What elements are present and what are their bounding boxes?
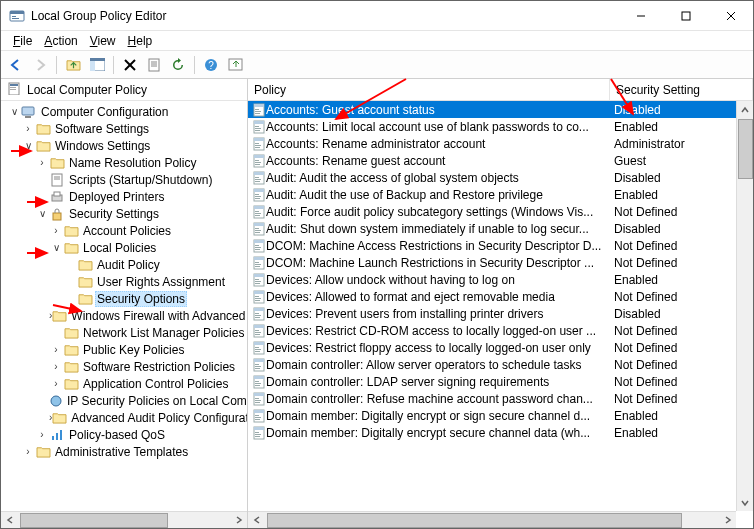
scroll-left-button[interactable] [248,512,265,529]
node-windows-firewall[interactable]: ›Windows Firewall with Advanced Security [3,307,247,324]
forward-button[interactable] [29,54,51,76]
scroll-right-button[interactable] [230,512,247,529]
menu-help[interactable]: Help [122,32,159,50]
up-button[interactable] [62,54,84,76]
scroll-thumb[interactable] [738,119,753,179]
policy-setting: Enabled [610,120,753,134]
expand-icon[interactable]: ∨ [7,106,21,117]
policy-row[interactable]: Audit: Audit the access of global system… [248,169,753,186]
policy-row[interactable]: Devices: Prevent users from installing p… [248,305,753,322]
policy-row[interactable]: DCOM: Machine Launch Restrictions in Sec… [248,254,753,271]
policy-row[interactable]: Audit: Audit the use of Backup and Resto… [248,186,753,203]
properties-button[interactable] [143,54,165,76]
svg-rect-34 [56,433,58,440]
policy-row[interactable]: Domain member: Digitally encrypt or sign… [248,407,753,424]
policy-row[interactable]: Domain member: Digitally encrypt secure … [248,424,753,441]
node-software-restriction[interactable]: ›Software Restriction Policies [3,358,247,375]
node-user-rights[interactable]: User Rights Assignment [3,273,247,290]
policy-row[interactable]: DCOM: Machine Access Restrictions in Sec… [248,237,753,254]
list-pane: Policy Security Setting Accounts: Guest … [248,79,753,528]
policy-row[interactable]: Domain controller: LDAP server signing r… [248,373,753,390]
node-name-resolution[interactable]: ›Name Resolution Policy [3,154,247,171]
folder-icon [49,155,65,171]
policy-setting: Administrator [610,137,753,151]
tree-header[interactable]: Local Computer Policy [1,79,247,101]
expand-icon[interactable]: › [49,344,63,355]
maximize-button[interactable] [663,1,708,30]
policy-name: Audit: Audit the access of global system… [266,171,610,185]
policy-row[interactable]: Devices: Allowed to format and eject rem… [248,288,753,305]
expand-icon[interactable]: ∨ [49,242,63,253]
show-hide-tree-button[interactable] [86,54,108,76]
svg-rect-37 [254,104,264,107]
list-h-scrollbar[interactable] [248,511,736,528]
col-header-setting[interactable]: Security Setting [610,79,753,100]
node-local-policies[interactable]: ∨Local Policies [3,239,247,256]
list-v-scrollbar[interactable] [736,101,753,511]
export-button[interactable] [224,54,246,76]
scroll-thumb[interactable] [20,513,168,528]
node-public-key[interactable]: ›Public Key Policies [3,341,247,358]
back-button[interactable] [5,54,27,76]
help-button[interactable]: ? [200,54,222,76]
col-header-policy[interactable]: Policy [248,79,610,100]
menu-action[interactable]: Action [38,32,83,50]
node-computer-config[interactable]: ∨Computer Configuration [3,103,247,120]
policy-row[interactable]: Devices: Allow undock without having to … [248,271,753,288]
node-advanced-audit[interactable]: ›Advanced Audit Policy Configuration [3,409,247,426]
policy-row[interactable]: Domain controller: Allow server operator… [248,356,753,373]
node-network-list[interactable]: Network List Manager Policies [3,324,247,341]
policy-row[interactable]: Audit: Force audit policy subcategory se… [248,203,753,220]
policy-row[interactable]: Accounts: Limit local account use of bla… [248,118,753,135]
node-windows-settings[interactable]: ∨Windows Settings [3,137,247,154]
expand-icon[interactable]: › [49,378,63,389]
svg-rect-112 [254,359,264,362]
scroll-left-button[interactable] [1,512,18,529]
tree-h-scrollbar[interactable] [1,511,247,528]
policy-row[interactable]: Devices: Restrict CD-ROM access to local… [248,322,753,339]
menu-file[interactable]: File [7,32,38,50]
node-ip-security[interactable]: IP Security Policies on Local Computer [3,392,247,409]
minimize-button[interactable] [618,1,663,30]
delete-button[interactable] [119,54,141,76]
node-security-options[interactable]: Security Options [3,290,247,307]
node-security-settings[interactable]: ∨Security Settings [3,205,247,222]
scroll-down-button[interactable] [737,494,754,511]
node-deployed-printers[interactable]: Deployed Printers [3,188,247,205]
policy-row[interactable]: Devices: Restrict floppy access to local… [248,339,753,356]
svg-rect-120 [255,385,260,386]
expand-icon[interactable]: › [35,157,49,168]
policy-setting: Enabled [610,188,753,202]
policy-setting: Not Defined [610,290,753,304]
node-admin-templates[interactable]: ›Administrative Templates [3,443,247,460]
scroll-up-button[interactable] [737,101,754,118]
svg-rect-119 [255,383,261,384]
menu-view[interactable]: View [84,32,122,50]
policy-row[interactable]: Accounts: Guest account statusDisabled [248,101,753,118]
scroll-right-button[interactable] [719,512,736,529]
close-button[interactable] [708,1,753,30]
list-body[interactable]: Accounts: Guest account statusDisabledAc… [248,101,753,528]
node-account-policies[interactable]: ›Account Policies [3,222,247,239]
node-audit-policy[interactable]: Audit Policy [3,256,247,273]
node-software-settings[interactable]: ›Software Settings [3,120,247,137]
expand-icon[interactable]: › [21,123,35,134]
folder-icon [63,342,79,358]
scroll-thumb[interactable] [267,513,682,528]
expand-icon[interactable]: › [49,361,63,372]
node-app-control[interactable]: ›Application Control Policies [3,375,247,392]
policy-row[interactable]: Domain controller: Refuse machine accoun… [248,390,753,407]
expand-icon[interactable]: › [49,225,63,236]
expand-icon[interactable]: ∨ [35,208,49,219]
tree-body[interactable]: ∨Computer Configuration ›Software Settin… [1,101,247,511]
refresh-button[interactable] [167,54,189,76]
expand-icon[interactable]: ∨ [21,140,35,151]
node-policy-qos[interactable]: ›Policy-based QoS [3,426,247,443]
policy-row[interactable]: Accounts: Rename administrator accountAd… [248,135,753,152]
svg-rect-127 [254,410,264,413]
expand-icon[interactable]: › [35,429,49,440]
policy-row[interactable]: Audit: Shut down system immediately if u… [248,220,753,237]
expand-icon[interactable]: › [21,446,35,457]
node-scripts[interactable]: Scripts (Startup/Shutdown) [3,171,247,188]
policy-row[interactable]: Accounts: Rename guest accountGuest [248,152,753,169]
